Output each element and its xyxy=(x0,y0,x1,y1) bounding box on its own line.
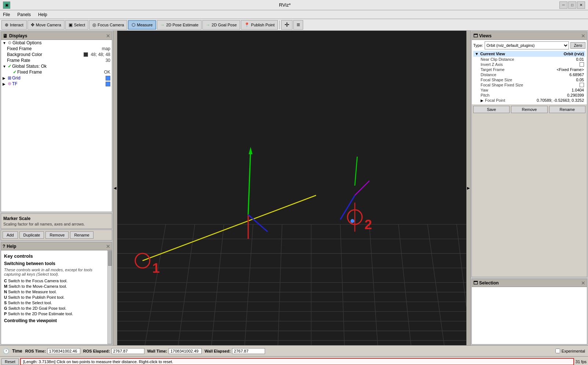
menu-bar: File Panels Help xyxy=(0,10,588,19)
view-prop-focal-shape-size-name: Focal Shape Size xyxy=(481,78,576,82)
view-prop-target-frame: Target Frame <Fixed Frame> xyxy=(473,67,585,72)
left-panel: 🖥 Displays ✕ ▼ ⚙ Global Options Fixed Fr… xyxy=(0,31,113,345)
background-color-swatch xyxy=(84,52,88,57)
tf-checkbox[interactable] xyxy=(106,82,110,86)
help-close-button[interactable]: ✕ xyxy=(106,243,110,249)
selection-icon: 🗔 xyxy=(473,280,478,286)
view-prop-near-clip-name: Near Clip Distance xyxy=(481,57,576,62)
views-close-button[interactable]: ✕ xyxy=(581,33,585,39)
wall-elapsed-label: Wall Elapsed: xyxy=(205,349,231,353)
help-key-n: N Switch to the Measure tool. xyxy=(4,290,104,294)
selection-panel: 🗔 Selection ✕ xyxy=(471,279,587,344)
view-prop-near-clip: Near Clip Distance 0.01 xyxy=(473,57,585,62)
focus-camera-tool-button[interactable]: ◎ Focus Camera xyxy=(89,20,127,30)
help-key-c: C Switch to the Focus Camera tool. xyxy=(4,279,104,283)
menu-help[interactable]: Help xyxy=(37,11,49,18)
2d-goal-pose-icon: → xyxy=(206,22,210,27)
2d-goal-pose-tool-button[interactable]: → 2D Goal Pose xyxy=(202,20,240,30)
views-type-row: Type: Orbit (rviz_default_plugins) Zero xyxy=(473,41,585,49)
global-options-icon: ⚙ xyxy=(8,40,12,45)
global-status-expand[interactable]: ▼ xyxy=(3,64,7,68)
svg-text:2: 2 xyxy=(364,217,372,232)
selection-panel-title: 🗔 Selection xyxy=(473,280,499,286)
view-prop-focal-expand[interactable]: ▶ xyxy=(481,98,485,103)
svg-rect-0 xyxy=(117,31,466,345)
view-prop-focal-shape-fixed-checkbox[interactable] xyxy=(580,83,584,87)
add-display-button[interactable]: ✛ xyxy=(281,20,293,30)
view-prop-invert-z: Invert Z Axis xyxy=(473,62,585,67)
global-status-row[interactable]: ▼ ✓ Global Status: Ok xyxy=(1,63,112,69)
viewport[interactable]: 1 2 xyxy=(117,31,466,345)
global-status-fixed-frame-row[interactable]: ✓ Fixed Frame OK xyxy=(1,69,112,75)
displays-close-button[interactable]: ✕ xyxy=(106,33,110,39)
grid-row[interactable]: ▶ ⊞ Grid xyxy=(1,75,112,81)
select-tool-button[interactable]: ▣ Select xyxy=(65,20,89,30)
menu-file[interactable]: File xyxy=(1,11,11,18)
close-button[interactable]: ✕ xyxy=(577,1,585,9)
view-prop-invert-z-checkbox[interactable] xyxy=(580,62,584,67)
help-key-m: M Switch to the Move-Camera tool. xyxy=(4,284,104,288)
maximize-button[interactable]: □ xyxy=(568,1,576,9)
ros-elapsed-label: ROS Elapsed: xyxy=(83,349,110,353)
views-type-select[interactable]: Orbit (rviz_default_plugins) xyxy=(485,41,569,49)
experimental-checkbox[interactable] xyxy=(555,349,560,353)
remove-display-button[interactable]: Remove xyxy=(45,231,69,239)
grid-expand[interactable]: ▶ xyxy=(3,76,7,80)
views-remove-button[interactable]: Remove xyxy=(511,106,547,113)
2d-pose-estimate-label: 2D Pose Estimate xyxy=(166,23,198,27)
views-panel-title: 🗔 Views xyxy=(473,33,492,38)
time-panel-title: Time xyxy=(12,349,22,354)
2d-pose-estimate-tool-button[interactable]: → 2D Pose Estimate xyxy=(157,20,202,30)
move-camera-tool-button[interactable]: ✥ Move Camera xyxy=(27,20,65,30)
background-color-value: 48; 48; 48 xyxy=(91,52,110,57)
views-zero-button[interactable]: Zero xyxy=(570,42,585,49)
global-status-ff-value: OK xyxy=(104,70,110,75)
interact-icon: ⊕ xyxy=(5,22,8,27)
experimental-label: Experimental xyxy=(562,349,585,353)
views-rename-button[interactable]: Rename xyxy=(549,106,585,113)
menu-panels[interactable]: Panels xyxy=(16,11,32,18)
grid-icon: ⊞ xyxy=(8,75,11,81)
rename-display-button[interactable]: Rename xyxy=(70,231,93,239)
measure-icon: ⬡ xyxy=(132,22,135,27)
view-prop-focal-point-name: Focal Point xyxy=(485,98,537,103)
view-prop-distance: Distance 6.68967 xyxy=(473,72,585,77)
current-view-label: Current View xyxy=(480,52,505,56)
fixed-frame-value: map xyxy=(102,46,110,51)
global-options-expand[interactable]: ▼ xyxy=(3,41,7,45)
fixed-frame-row[interactable]: Fixed Frame map xyxy=(1,46,112,52)
views-save-button[interactable]: Save xyxy=(473,106,510,113)
help-scrollbar-thumb[interactable] xyxy=(108,251,112,266)
move-camera-label: Move Camera xyxy=(36,23,61,27)
experimental-area: Experimental xyxy=(555,349,585,353)
2d-goal-pose-label: 2D Goal Pose xyxy=(212,23,236,27)
background-color-row[interactable]: Background Color 48; 48; 48 xyxy=(1,52,112,57)
displays-title-text: Displays xyxy=(9,33,27,38)
viewport-canvas: 1 2 xyxy=(117,31,466,345)
view-prop-focal-point-value: 0.70589; -0.52663; 0.3252 xyxy=(537,98,584,103)
grid-checkbox[interactable] xyxy=(106,76,110,81)
measure-tool-button[interactable]: ⬡ Measure xyxy=(128,20,156,30)
marker-scale-desc: Scaling factor for all names, axes and a… xyxy=(3,222,110,226)
interact-tool-button[interactable]: ⊕ Interact xyxy=(1,20,27,30)
left-collapse-handle[interactable]: ◀ xyxy=(113,31,117,345)
toolbar-extra-button[interactable]: ≡ xyxy=(293,20,303,30)
global-status-ff-label: Fixed Frame xyxy=(17,70,102,75)
global-options-row[interactable]: ▼ ⚙ Global Options xyxy=(1,40,112,46)
reset-button[interactable]: Reset xyxy=(1,358,19,365)
duplicate-display-button[interactable]: Duplicate xyxy=(19,231,44,239)
help-scrollbar[interactable] xyxy=(107,250,112,344)
add-display-button[interactable]: Add xyxy=(3,231,18,239)
global-status-ff-tick: ✓ xyxy=(13,70,16,75)
window-controls: ─ □ ✕ xyxy=(559,1,585,9)
publish-point-tool-button[interactable]: 📍 Publish Point xyxy=(241,20,278,30)
frame-rate-row[interactable]: Frame Rate 30 xyxy=(1,57,112,63)
minimize-button[interactable]: ─ xyxy=(559,1,567,9)
current-view-expand[interactable]: ▼ xyxy=(475,52,479,56)
selection-close-button[interactable]: ✕ xyxy=(581,280,585,286)
tf-row[interactable]: ▶ ❊ TF xyxy=(1,81,112,87)
views-buttons: Save Remove Rename xyxy=(472,104,587,115)
tf-expand[interactable]: ▶ xyxy=(3,82,7,86)
displays-panel-title: 🖥 Displays xyxy=(3,33,27,39)
right-collapse-handle[interactable]: ▶ xyxy=(466,31,471,345)
